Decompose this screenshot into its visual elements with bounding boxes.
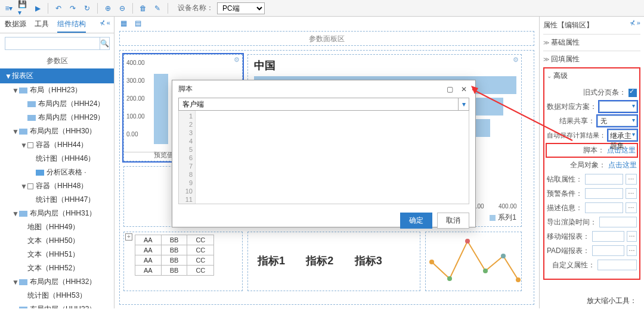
delete-icon[interactable]: 🗑 [138,3,148,14]
tree-item[interactable]: 统计图（HHH46） [0,152,114,166]
ok-button[interactable]: 确定 [400,213,432,229]
save-icon[interactable]: 💾▾ [18,3,29,14]
chart-title: 中国 [254,58,275,73]
script-dialog: 脚本 ▢ ✕ ▾ 1234567891011 确定 取消 [172,80,476,227]
tree-item[interactable]: 文本（HHH51） [0,248,114,261]
param-panel[interactable]: 参数面板区 [119,31,534,46]
code-editor[interactable] [196,111,469,204]
device-label: 设备名称： [178,3,213,13]
mobile-more[interactable]: ··· [627,231,637,242]
zoom-in-icon[interactable]: ⊕ [103,3,113,14]
drill-more[interactable]: ··· [626,174,637,185]
section-refill[interactable]: 回填属性 [543,51,640,67]
zoom-out-icon[interactable]: ⊖ [117,3,128,14]
svg-point-1 [447,276,452,281]
warn-more[interactable]: ··· [626,188,637,199]
spark-comp[interactable] [425,232,522,291]
global-link[interactable]: 点击这里 [608,160,637,170]
canvas-grid-icon[interactable]: ▦ [118,18,129,29]
chevron-down-icon[interactable]: ▾ [458,98,469,110]
refresh-icon[interactable]: ↻ [82,3,92,14]
tool-icon[interactable]: ✎ [152,3,163,14]
script-target-input[interactable] [179,98,458,110]
tree-item[interactable]: ▼布局内层（HHH30） [0,124,114,138]
tree-item[interactable]: 布局内层（HHH29） [0,111,114,124]
left-panel: 数据源 工具 组件结构 ⊀ « 🔍 参数区 ▼报表区 ▼布局（HHH23）布局内… [0,17,114,308]
share-select[interactable]: 无 [597,116,637,126]
param-section[interactable]: 参数区 [0,54,114,68]
desc-more[interactable]: ··· [626,202,637,213]
gear-icon[interactable]: ⚙ [513,56,519,64]
properties-title: 属性【编辑区】 [543,19,640,34]
pad-field[interactable] [592,245,624,256]
close-icon[interactable]: ✕ [459,85,469,94]
dialog-title: 脚本 [178,84,441,94]
mobile-field[interactable] [592,231,624,242]
pin-icon[interactable]: ⊀ » [630,19,640,27]
tab-tools[interactable]: 工具 [35,19,49,33]
plus-icon[interactable]: + [125,233,132,241]
svg-point-3 [483,269,488,273]
device-select[interactable]: PC端 [217,2,265,14]
warn-field[interactable] [585,188,623,199]
svg-point-5 [516,277,521,282]
autosave-select[interactable]: 继承主题集 [608,130,637,141]
report-section[interactable]: ▼报表区 [0,68,114,83]
tree-item[interactable]: ▼容器（HHH48） [0,179,114,193]
gear-icon[interactable]: ⚙ [234,56,240,64]
tree-item[interactable]: 文本（HHH52） [0,261,114,275]
desc-field[interactable] [585,202,623,213]
tree-item[interactable]: 统计图（HHH53） [0,289,114,302]
svg-point-0 [429,260,434,264]
kpi-comp[interactable]: 指标1 指标2 指标3 [247,232,420,291]
section-advanced[interactable]: 高级 [547,71,637,84]
canvas-ruler-icon[interactable]: ▤ [132,18,143,29]
tab-datasource[interactable]: 数据源 [5,19,26,33]
tree-item[interactable]: 文本（HHH50） [0,234,114,248]
search-icon[interactable]: 🔍 [100,37,110,50]
pad-more[interactable]: ··· [627,245,637,256]
tree-item[interactable]: 地图（HHH49） [0,220,114,234]
top-toolbar: ≡▾ 💾▾ ▶ ↶ ↷ ↻ ⊕ ⊖ 🗑 ✎ 设备名称： PC端 [0,0,644,17]
pin-icon[interactable]: ⊀ « [100,19,110,27]
drill-field[interactable] [585,174,623,185]
tree-item[interactable]: 布局内层（HHH33） [0,302,114,308]
tree-item[interactable]: 统计图（HHH47） [0,193,114,207]
tree-item[interactable]: 布局内层（HHH24） [0,97,114,111]
menu-icon[interactable]: ≡▾ [4,3,14,14]
undo-icon[interactable]: ↶ [53,3,64,14]
line-gutter: 1234567891011 [179,111,196,204]
custom-field[interactable] [597,260,637,270]
right-panel: ⊀ » 属性【编辑区】 基础属性 回填属性 高级 旧式分页条： 数据对应方案： … [539,17,644,308]
old-page-checkbox[interactable] [628,89,637,97]
table-comp[interactable]: + AABBCCAABBCCAABBCCAABBCC [123,232,243,291]
section-basic[interactable]: 基础属性 [543,34,640,51]
svg-point-4 [501,254,506,258]
tree-item[interactable]: ▼布局内层（HHH31） [0,207,114,220]
tree-item[interactable]: ▼布局（HHH23） [0,83,114,97]
tree-item[interactable]: ▼布局内层（HHH32） [0,275,114,289]
run-icon[interactable]: ▶ [32,3,43,14]
tree-item[interactable]: 分析区表格 · [0,166,114,179]
tree-item[interactable]: ▼容器（HHH44） [0,138,114,152]
legend: 系列1 [490,213,516,223]
export-field[interactable] [599,217,637,227]
redo-icon[interactable]: ↷ [67,3,78,14]
data-plan-select[interactable] [599,101,637,112]
search-input[interactable] [5,37,100,50]
maximize-icon[interactable]: ▢ [444,85,455,94]
tab-structure[interactable]: 组件结构 [57,19,86,33]
cancel-button[interactable]: 取消 [437,213,469,229]
svg-point-2 [465,239,470,244]
